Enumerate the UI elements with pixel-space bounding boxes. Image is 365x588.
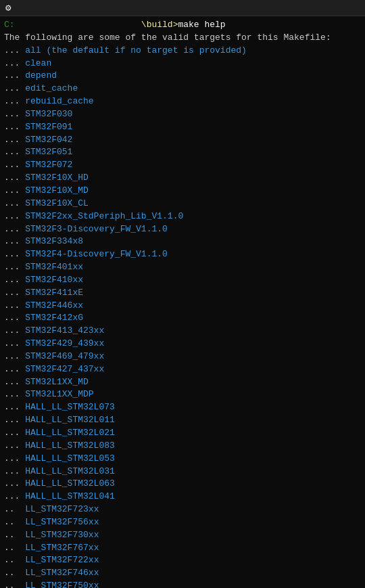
terminal-line: .. LL_STM32F750xx	[4, 580, 361, 588]
terminal-line: ... STM32L1XX_MD	[4, 376, 361, 389]
terminal-line: ... HALL_LL_STM32L031	[4, 466, 361, 478]
terminal-line: ... HALL_LL_STM32L083	[4, 440, 361, 453]
terminal-line: ... HALL_LL_STM32L053	[4, 453, 361, 466]
terminal-line: ... STM32F469_479xx	[4, 350, 361, 363]
terminal-line: ... STM32F427_437xx	[4, 363, 361, 376]
terminal-line: ... STM32F042	[4, 134, 361, 147]
terminal-line: ... STM32F3-Discovery_FW_V1.1.0	[4, 223, 361, 236]
terminal-line: ... all (the default if no target is pro…	[4, 45, 361, 58]
terminal-line: ... STM32F413_423xx	[4, 325, 361, 338]
terminal-line: ... HALL_LL_STM32L073	[4, 401, 361, 414]
terminal-line: .. LL_STM32F723xx	[4, 503, 361, 516]
terminal-body: C: \build>make helpThe following are som…	[0, 16, 365, 588]
terminal-line: The following are some of the valid targ…	[4, 32, 361, 45]
terminal-line: ... HALL_LL_STM32L063	[4, 478, 361, 491]
terminal-line: ... STM32F410xx	[4, 274, 361, 287]
terminal-line: ... STM32F2xx_StdPeriph_Lib_V1.1.0	[4, 210, 361, 223]
terminal-line: ... HALL_LL_STM32L011	[4, 414, 361, 427]
terminal-line: ... HALL_LL_STM32L021	[4, 427, 361, 440]
terminal-line: ... STM32L1XX_MDP	[4, 388, 361, 401]
title-bar-icon: ⚙	[5, 2, 11, 14]
terminal-line: C: \build>make help	[4, 19, 361, 32]
terminal-line: ... STM32F051	[4, 146, 361, 159]
terminal-line: ... clean	[4, 58, 361, 70]
terminal-line: ... STM32F429_439xx	[4, 338, 361, 350]
title-bar: ⚙	[0, 0, 365, 16]
terminal-line: .. LL_STM32F756xx	[4, 516, 361, 529]
terminal-line: ... HALL_LL_STM32L041	[4, 491, 361, 503]
terminal-line: .. LL_STM32F722xx	[4, 554, 361, 567]
terminal-line: .. LL_STM32F767xx	[4, 542, 361, 555]
terminal-line: ... STM32F412xG	[4, 312, 361, 325]
terminal-line: .. LL_STM32F730xx	[4, 529, 361, 542]
terminal-line: ... STM32F10X_MD	[4, 185, 361, 198]
terminal-line: ... STM32F10X_CL	[4, 198, 361, 210]
terminal-line: ... STM32F446xx	[4, 300, 361, 313]
terminal-line: ... depend	[4, 70, 361, 83]
terminal-line: ... STM32F334x8	[4, 235, 361, 248]
terminal-line: ... STM32F072	[4, 159, 361, 172]
terminal-line: ... STM32F091	[4, 121, 361, 134]
terminal-line: ... STM32F411xE	[4, 287, 361, 300]
terminal-line: ... STM32F10X_HD	[4, 172, 361, 185]
terminal-line: ... STM32F4-Discovery_FW_V1.1.0	[4, 248, 361, 261]
terminal-line: ... rebuild_cache	[4, 95, 361, 108]
terminal-line: ... edit_cache	[4, 83, 361, 95]
terminal-line: ... STM32F030	[4, 108, 361, 121]
terminal-line: ... STM32F401xx	[4, 261, 361, 274]
terminal-line: .. LL_STM32F746xx	[4, 567, 361, 580]
